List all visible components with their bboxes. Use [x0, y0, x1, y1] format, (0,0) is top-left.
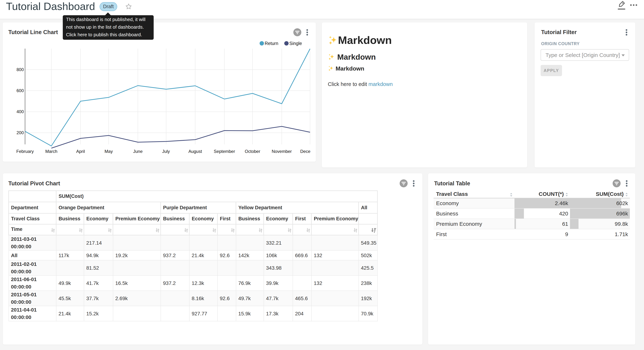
svg-text:August: August — [188, 149, 202, 154]
svg-text:Return: Return — [265, 41, 278, 46]
svg-text:May: May — [104, 149, 113, 154]
svg-text:800: 800 — [16, 67, 24, 72]
svg-text:March: March — [45, 149, 58, 154]
svg-text:June: June — [133, 149, 142, 154]
svg-text:February: February — [16, 149, 34, 154]
svg-text:October: October — [245, 149, 260, 154]
svg-text:400: 400 — [16, 109, 24, 114]
svg-text:July: July — [162, 149, 170, 154]
svg-text:200: 200 — [16, 130, 24, 135]
svg-text:Single: Single — [289, 41, 302, 46]
svg-text:September: September — [214, 149, 235, 154]
svg-text:November: November — [272, 149, 292, 154]
svg-text:Dece: Dece — [300, 149, 310, 154]
svg-text:April: April — [76, 149, 85, 154]
svg-text:600: 600 — [16, 88, 24, 93]
